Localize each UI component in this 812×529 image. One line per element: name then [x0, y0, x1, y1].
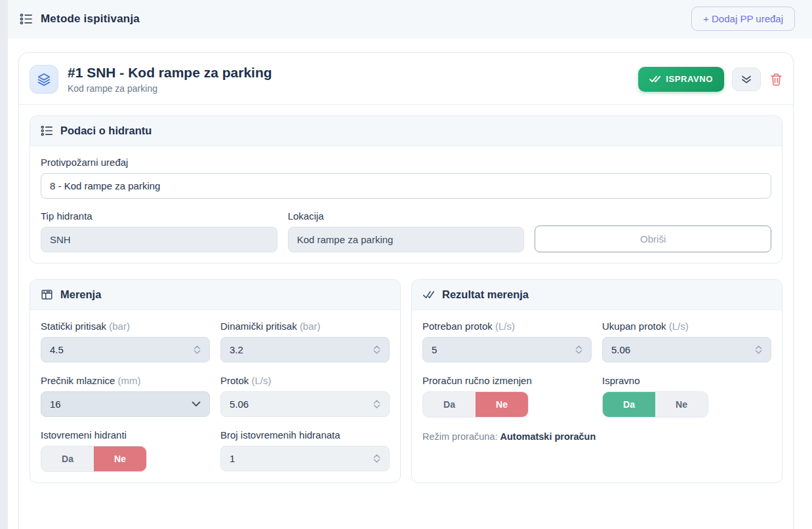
results-panel-body: Potreban protok (L/s) 5	[412, 310, 782, 452]
total-flow-value: 5.06	[611, 344, 630, 355]
layers-icon	[30, 65, 58, 94]
page-left-gutter	[0, 0, 8, 529]
total-flow-label: Ukupan protok (L/s)	[602, 321, 771, 332]
required-flow-input[interactable]: 5	[422, 337, 592, 362]
total-flow-field: Ukupan protok (L/s) 5.06	[602, 321, 771, 362]
hydrant-count-value: 1	[230, 453, 235, 464]
device-card-body: Podaci o hidrantu Protivpožarni uređaj T…	[19, 105, 793, 494]
nozzle-diameter-value: 16	[50, 399, 61, 410]
double-check-icon	[422, 288, 435, 301]
measurements-panel-title: Merenja	[60, 288, 101, 301]
number-stepper-icon[interactable]	[193, 345, 201, 354]
static-pressure-label: Statički pritisak (bar)	[41, 321, 210, 332]
valid-field: Ispravno Da Ne	[602, 375, 771, 418]
manual-override-toggle: Da Ne	[422, 391, 529, 418]
hydrant-count-input[interactable]: 1	[220, 446, 390, 471]
checklist-icon	[41, 125, 53, 137]
toggle-no-option[interactable]: Ne	[476, 392, 528, 417]
collapse-card-button[interactable]	[732, 68, 761, 91]
measurements-panel-header: Merenja	[30, 280, 400, 310]
fire-device-label: Protivpožarni uređaj	[41, 157, 771, 168]
toggle-no-option[interactable]: Ne	[94, 446, 146, 471]
toggle-yes-option[interactable]: Da	[423, 392, 476, 417]
simultaneous-hydrants-toggle: Da Ne	[41, 446, 147, 472]
valid-toggle: Da Ne	[602, 391, 708, 418]
static-pressure-field: Statički pritisak (bar) 4.5	[41, 321, 210, 362]
results-panel-title: Rezultat merenja	[442, 288, 529, 301]
status-badge-label: ISPRAVNO	[666, 74, 713, 84]
location-input[interactable]	[288, 227, 525, 252]
measurements-panel: Merenja Statički pritisak (bar) 4.5	[30, 279, 401, 483]
results-panel-header: Rezultat merenja	[412, 280, 782, 310]
device-card-header: #1 SNH - Kod rampe za parking Kod rampe …	[19, 53, 793, 104]
number-stepper-icon[interactable]	[755, 345, 762, 354]
status-badge[interactable]: ISPRAVNO	[638, 67, 724, 92]
dynamic-pressure-field: Dinamički pritisak (bar) 3.2	[220, 321, 390, 362]
static-pressure-value: 4.5	[50, 344, 64, 355]
nozzle-diameter-label: Prečnik mlaznice (mm)	[41, 375, 210, 386]
flow-label: Protok (L/s)	[220, 375, 390, 386]
valid-label: Ispravno	[602, 375, 771, 386]
simultaneous-hydrants-field: Istovremeni hidranti Da Ne	[41, 429, 210, 472]
location-field: Lokacija	[288, 210, 525, 252]
hydrant-data-panel: Podaci o hidrantu Protivpožarni uređaj T…	[30, 115, 782, 264]
device-titles: #1 SNH - Kod rampe za parking Kod rampe …	[68, 64, 638, 94]
calculation-mode-label: Režim proračuna:	[422, 431, 497, 442]
add-pp-device-button[interactable]: + Dodaj PP uređaj	[691, 7, 795, 31]
required-flow-label: Potreban protok (L/s)	[422, 321, 592, 332]
dynamic-pressure-label: Dinamički pritisak (bar)	[220, 321, 390, 332]
toggle-no-option[interactable]: Ne	[655, 392, 708, 417]
double-check-icon	[649, 75, 660, 83]
nozzle-diameter-field: Prečnik mlaznice (mm) 16	[41, 375, 210, 417]
toggle-yes-option[interactable]: Da	[41, 446, 94, 471]
location-label: Lokacija	[288, 210, 525, 222]
hydrant-type-field: Tip hidranta	[41, 210, 277, 252]
device-subtitle: Kod rampe za parking	[68, 83, 638, 94]
checklist-icon	[20, 12, 33, 26]
flow-input[interactable]: 5.06	[220, 391, 390, 417]
nozzle-diameter-select[interactable]: 16	[41, 391, 210, 417]
total-flow-input[interactable]: 5.06	[602, 337, 771, 362]
table-icon	[41, 288, 53, 301]
hydrant-count-label: Broj istovremenih hidranata	[220, 429, 390, 441]
hydrant-type-input[interactable]	[41, 227, 277, 252]
measurements-panel-body: Statički pritisak (bar) 4.5	[30, 310, 400, 482]
device-card: #1 SNH - Kod rampe za parking Kod rampe …	[18, 52, 794, 529]
dynamic-pressure-input[interactable]: 3.2	[220, 337, 390, 362]
delete-entry-button[interactable]: Obriši	[535, 225, 771, 252]
calculation-mode-value: Automatski proračun	[500, 431, 596, 442]
manual-override-label: Proračun ručno izmenjen	[422, 375, 592, 386]
hydrant-panel-body: Protivpožarni uređaj Tip hidranta Lokaci…	[30, 146, 782, 263]
flow-field: Protok (L/s) 5.06	[220, 375, 390, 417]
trash-icon	[770, 73, 782, 86]
hydrant-panel-header: Podaci o hidrantu	[30, 116, 782, 146]
number-stepper-icon[interactable]	[373, 345, 380, 354]
toggle-yes-option[interactable]: Da	[603, 392, 655, 417]
manual-override-field: Proračun ručno izmenjen Da Ne	[422, 375, 592, 418]
required-flow-value: 5	[432, 344, 437, 355]
page-content: Metode ispitivanja + Dodaj PP uređaj #1 …	[8, 0, 812, 529]
bottom-panels: Merenja Statički pritisak (bar) 4.5	[30, 279, 782, 483]
delete-field: Obriši	[535, 210, 771, 252]
device-actions: ISPRAVNO	[638, 67, 782, 92]
simultaneous-hydrants-label: Istovremeni hidranti	[41, 429, 210, 441]
chevron-double-down-icon	[741, 75, 752, 84]
hydrant-type-label: Tip hidranta	[41, 210, 277, 222]
static-pressure-input[interactable]: 4.5	[41, 337, 210, 362]
topbar: Metode ispitivanja + Dodaj PP uređaj	[8, 0, 812, 38]
number-stepper-icon[interactable]	[575, 345, 582, 354]
number-stepper-icon[interactable]	[373, 400, 380, 408]
page-title: Metode ispitivanja	[41, 12, 140, 26]
results-panel: Rezultat merenja Potreban protok (L/s) 5	[411, 279, 782, 483]
hydrant-count-field: Broj istovremenih hidranata 1	[220, 429, 390, 472]
fire-device-input[interactable]	[41, 173, 771, 199]
chevron-down-icon	[192, 401, 201, 407]
device-title: #1 SNH - Kod rampe za parking	[68, 64, 638, 81]
number-stepper-icon[interactable]	[373, 454, 380, 463]
hydrant-panel-title: Podaci o hidrantu	[60, 125, 152, 137]
calculation-mode: Režim proračuna: Automatski proračun	[422, 431, 771, 442]
delete-device-button[interactable]	[770, 73, 782, 86]
required-flow-field: Potreban protok (L/s) 5	[422, 321, 592, 362]
flow-value: 5.06	[230, 399, 249, 410]
dynamic-pressure-value: 3.2	[230, 344, 243, 355]
